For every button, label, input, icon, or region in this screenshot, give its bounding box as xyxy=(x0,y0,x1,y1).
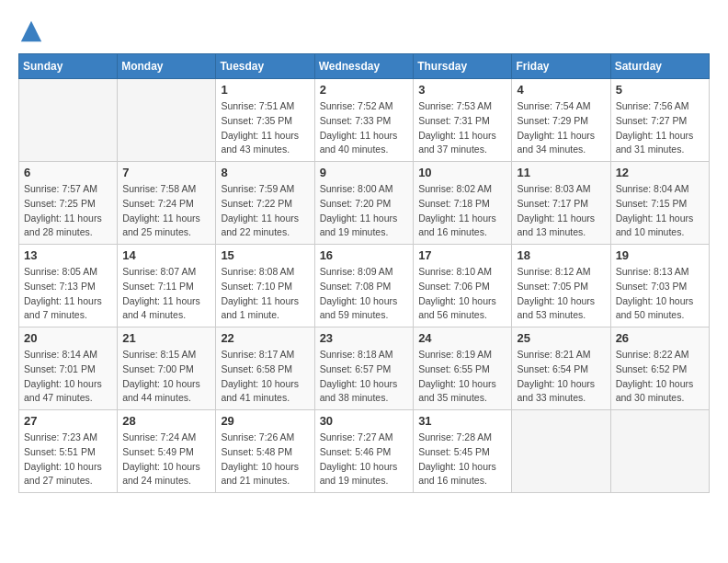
calendar-cell xyxy=(512,410,610,493)
calendar-cell: 21Sunrise: 8:15 AM Sunset: 7:00 PM Dayli… xyxy=(118,327,216,410)
day-info: Sunrise: 8:08 AM Sunset: 7:10 PM Dayligh… xyxy=(221,265,309,323)
day-header: Saturday xyxy=(610,54,709,79)
day-info: Sunrise: 8:12 AM Sunset: 7:05 PM Dayligh… xyxy=(517,265,605,323)
calendar-cell xyxy=(610,410,709,493)
day-number: 28 xyxy=(122,414,210,428)
calendar-body: 1Sunrise: 7:51 AM Sunset: 7:35 PM Daylig… xyxy=(19,79,710,493)
day-number: 16 xyxy=(320,248,409,262)
calendar-cell: 1Sunrise: 7:51 AM Sunset: 7:35 PM Daylig… xyxy=(216,79,314,162)
day-info: Sunrise: 8:21 AM Sunset: 6:54 PM Dayligh… xyxy=(517,348,605,406)
logo xyxy=(18,18,48,44)
calendar-week-row: 27Sunrise: 7:23 AM Sunset: 5:51 PM Dayli… xyxy=(19,410,710,493)
day-number: 26 xyxy=(616,331,704,345)
page-header xyxy=(18,18,710,44)
day-info: Sunrise: 8:10 AM Sunset: 7:06 PM Dayligh… xyxy=(418,265,506,323)
day-info: Sunrise: 8:09 AM Sunset: 7:08 PM Dayligh… xyxy=(320,265,409,323)
calendar-cell: 19Sunrise: 8:13 AM Sunset: 7:03 PM Dayli… xyxy=(610,245,709,327)
calendar-week-row: 6Sunrise: 7:57 AM Sunset: 7:25 PM Daylig… xyxy=(19,162,710,245)
day-header: Monday xyxy=(118,54,216,79)
calendar-cell: 5Sunrise: 7:56 AM Sunset: 7:27 PM Daylig… xyxy=(610,79,709,162)
calendar-week-row: 20Sunrise: 8:14 AM Sunset: 7:01 PM Dayli… xyxy=(19,327,710,410)
day-number: 9 xyxy=(320,166,409,179)
calendar-cell: 18Sunrise: 8:12 AM Sunset: 7:05 PM Dayli… xyxy=(512,245,610,327)
calendar-cell: 14Sunrise: 8:07 AM Sunset: 7:11 PM Dayli… xyxy=(118,245,216,327)
day-number: 27 xyxy=(24,414,112,428)
day-number: 31 xyxy=(418,414,506,428)
calendar-cell: 22Sunrise: 8:17 AM Sunset: 6:58 PM Dayli… xyxy=(216,327,314,410)
day-info: Sunrise: 8:19 AM Sunset: 6:55 PM Dayligh… xyxy=(418,348,506,406)
day-number: 17 xyxy=(418,248,506,262)
day-info: Sunrise: 7:56 AM Sunset: 7:27 PM Dayligh… xyxy=(616,99,704,157)
calendar-cell: 8Sunrise: 7:59 AM Sunset: 7:22 PM Daylig… xyxy=(216,162,314,245)
calendar-cell: 29Sunrise: 7:26 AM Sunset: 5:48 PM Dayli… xyxy=(216,410,314,493)
day-info: Sunrise: 8:14 AM Sunset: 7:01 PM Dayligh… xyxy=(24,348,112,406)
calendar-cell xyxy=(118,79,216,162)
calendar-week-row: 13Sunrise: 8:05 AM Sunset: 7:13 PM Dayli… xyxy=(19,245,710,327)
day-info: Sunrise: 7:26 AM Sunset: 5:48 PM Dayligh… xyxy=(221,431,309,488)
calendar-cell xyxy=(19,79,118,162)
calendar-cell: 27Sunrise: 7:23 AM Sunset: 5:51 PM Dayli… xyxy=(19,410,118,493)
calendar-cell: 12Sunrise: 8:04 AM Sunset: 7:15 PM Dayli… xyxy=(610,162,709,245)
day-info: Sunrise: 7:54 AM Sunset: 7:29 PM Dayligh… xyxy=(517,99,605,157)
day-number: 29 xyxy=(221,414,309,428)
day-info: Sunrise: 8:00 AM Sunset: 7:20 PM Dayligh… xyxy=(320,182,409,240)
calendar-cell: 23Sunrise: 8:18 AM Sunset: 6:57 PM Dayli… xyxy=(314,327,414,410)
day-info: Sunrise: 8:07 AM Sunset: 7:11 PM Dayligh… xyxy=(122,265,210,323)
calendar-cell: 9Sunrise: 8:00 AM Sunset: 7:20 PM Daylig… xyxy=(314,162,414,245)
day-info: Sunrise: 7:24 AM Sunset: 5:49 PM Dayligh… xyxy=(122,431,210,488)
day-number: 8 xyxy=(221,166,309,179)
day-info: Sunrise: 7:51 AM Sunset: 7:35 PM Dayligh… xyxy=(221,99,309,157)
calendar-cell: 24Sunrise: 8:19 AM Sunset: 6:55 PM Dayli… xyxy=(414,327,512,410)
day-number: 1 xyxy=(221,83,309,97)
svg-marker-0 xyxy=(21,21,41,41)
day-number: 2 xyxy=(320,83,409,97)
day-number: 7 xyxy=(122,166,210,179)
calendar-cell: 15Sunrise: 8:08 AM Sunset: 7:10 PM Dayli… xyxy=(216,245,314,327)
calendar-cell: 30Sunrise: 7:27 AM Sunset: 5:46 PM Dayli… xyxy=(314,410,414,493)
day-header: Wednesday xyxy=(314,54,414,79)
calendar-cell: 17Sunrise: 8:10 AM Sunset: 7:06 PM Dayli… xyxy=(414,245,512,327)
day-number: 24 xyxy=(418,331,506,345)
day-header: Thursday xyxy=(414,54,512,79)
day-number: 21 xyxy=(122,331,210,345)
day-info: Sunrise: 8:02 AM Sunset: 7:18 PM Dayligh… xyxy=(418,182,506,240)
day-number: 15 xyxy=(221,248,309,262)
calendar-cell: 31Sunrise: 7:28 AM Sunset: 5:45 PM Dayli… xyxy=(414,410,512,493)
calendar-cell: 25Sunrise: 8:21 AM Sunset: 6:54 PM Dayli… xyxy=(512,327,610,410)
calendar-cell: 26Sunrise: 8:22 AM Sunset: 6:52 PM Dayli… xyxy=(610,327,709,410)
day-info: Sunrise: 7:27 AM Sunset: 5:46 PM Dayligh… xyxy=(320,431,409,488)
day-info: Sunrise: 8:15 AM Sunset: 7:00 PM Dayligh… xyxy=(122,348,210,406)
day-number: 25 xyxy=(517,331,605,345)
day-info: Sunrise: 7:28 AM Sunset: 5:45 PM Dayligh… xyxy=(418,431,506,488)
day-info: Sunrise: 7:52 AM Sunset: 7:33 PM Dayligh… xyxy=(320,99,409,157)
day-info: Sunrise: 7:58 AM Sunset: 7:24 PM Dayligh… xyxy=(122,182,210,240)
day-info: Sunrise: 8:22 AM Sunset: 6:52 PM Dayligh… xyxy=(616,348,704,406)
calendar-header-row: SundayMondayTuesdayWednesdayThursdayFrid… xyxy=(19,54,710,79)
calendar-cell: 7Sunrise: 7:58 AM Sunset: 7:24 PM Daylig… xyxy=(118,162,216,245)
calendar-table: SundayMondayTuesdayWednesdayThursdayFrid… xyxy=(18,53,710,493)
calendar-cell: 3Sunrise: 7:53 AM Sunset: 7:31 PM Daylig… xyxy=(414,79,512,162)
calendar-cell: 13Sunrise: 8:05 AM Sunset: 7:13 PM Dayli… xyxy=(19,245,118,327)
day-number: 19 xyxy=(616,248,704,262)
calendar-cell: 11Sunrise: 8:03 AM Sunset: 7:17 PM Dayli… xyxy=(512,162,610,245)
day-header: Sunday xyxy=(19,54,118,79)
calendar-cell: 6Sunrise: 7:57 AM Sunset: 7:25 PM Daylig… xyxy=(19,162,118,245)
day-number: 20 xyxy=(24,331,112,345)
day-number: 5 xyxy=(616,83,704,97)
day-number: 12 xyxy=(616,166,704,179)
day-info: Sunrise: 8:18 AM Sunset: 6:57 PM Dayligh… xyxy=(320,348,409,406)
calendar-cell: 10Sunrise: 8:02 AM Sunset: 7:18 PM Dayli… xyxy=(414,162,512,245)
day-info: Sunrise: 8:05 AM Sunset: 7:13 PM Dayligh… xyxy=(24,265,112,323)
calendar-cell: 28Sunrise: 7:24 AM Sunset: 5:49 PM Dayli… xyxy=(118,410,216,493)
day-header: Friday xyxy=(512,54,610,79)
calendar-week-row: 1Sunrise: 7:51 AM Sunset: 7:35 PM Daylig… xyxy=(19,79,710,162)
day-info: Sunrise: 8:03 AM Sunset: 7:17 PM Dayligh… xyxy=(517,182,605,240)
day-info: Sunrise: 8:17 AM Sunset: 6:58 PM Dayligh… xyxy=(221,348,309,406)
day-number: 10 xyxy=(418,166,506,179)
day-number: 18 xyxy=(517,248,605,262)
day-info: Sunrise: 7:23 AM Sunset: 5:51 PM Dayligh… xyxy=(24,431,112,488)
logo-icon xyxy=(18,18,44,44)
calendar-cell: 2Sunrise: 7:52 AM Sunset: 7:33 PM Daylig… xyxy=(314,79,414,162)
day-number: 22 xyxy=(221,331,309,345)
day-number: 4 xyxy=(517,83,605,97)
